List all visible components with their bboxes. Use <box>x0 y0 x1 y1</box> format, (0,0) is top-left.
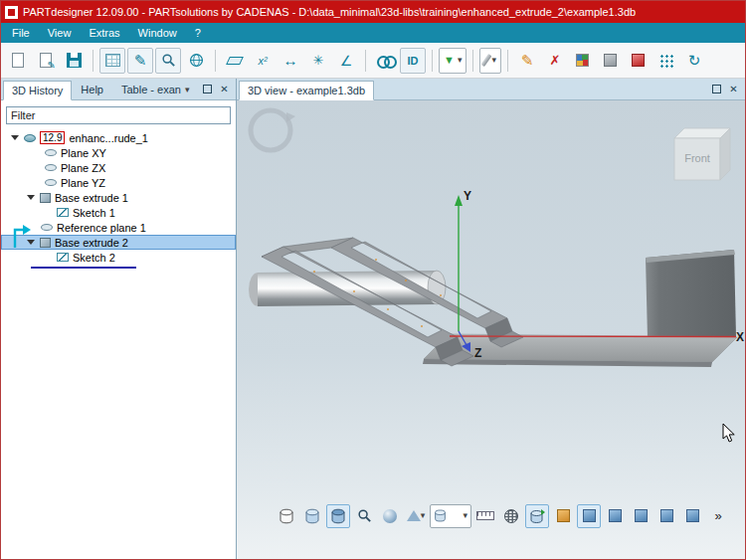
iso-view-button[interactable] <box>551 504 575 528</box>
right-tab-bar: 3D view - example1.3db ✕ <box>237 79 745 100</box>
tree-item-sketch-1[interactable]: Sketch 1 <box>1 205 236 220</box>
new-document-button[interactable] <box>5 48 31 74</box>
gray-cube-icon <box>604 54 617 67</box>
open-document-button[interactable]: ✎ <box>33 48 59 74</box>
tree-item-label: Plane YZ <box>61 177 105 189</box>
delete-button[interactable]: ✗ <box>542 48 568 74</box>
link-button[interactable] <box>372 48 398 74</box>
menu-extras[interactable]: Extras <box>80 25 128 41</box>
float-icon <box>203 85 212 93</box>
solid-display-button[interactable] <box>326 504 350 528</box>
id-button[interactable]: ID <box>400 48 426 74</box>
search-button[interactable] <box>155 48 181 74</box>
pattern-button[interactable]: ✳ <box>305 48 331 74</box>
x2-icon: x² <box>258 55 267 67</box>
table-button[interactable] <box>99 48 125 74</box>
shaded-display-button[interactable] <box>300 504 324 528</box>
menu-view[interactable]: View <box>39 25 81 41</box>
main-toolbar: ✎ ✎ x² ↔ ✳ ∠ ID ▼▾ ▾ ✎ ✗ ↻ <box>1 43 745 79</box>
part-red-button[interactable] <box>626 48 652 74</box>
export-button[interactable] <box>570 48 596 74</box>
expander-icon[interactable] <box>27 195 35 200</box>
tree-item-plane-yz[interactable]: Plane YZ <box>1 175 236 190</box>
3d-viewport[interactable]: Y X Z Front <box>237 100 745 559</box>
render-quality-button[interactable] <box>378 504 402 528</box>
export-icon <box>576 54 589 67</box>
mesh-display-button[interactable] <box>499 504 523 528</box>
tree-item-label: Plane XY <box>61 147 106 159</box>
edit-overlay-icon: ✎ <box>48 61 56 71</box>
new-page-icon <box>12 53 24 68</box>
left-tab-bar: 3D History Help Table - exan▾ ✕ <box>1 79 236 100</box>
top-view-button[interactable] <box>680 504 704 528</box>
globe-button[interactable] <box>183 48 209 74</box>
sphere-icon <box>383 509 397 523</box>
float-view-button[interactable] <box>710 83 723 95</box>
more-tools-button[interactable]: » <box>706 504 730 528</box>
tree-item-label: Reference plane 1 <box>57 222 146 234</box>
tree-item-root[interactable]: 12.9 enhanc...rude_1 <box>1 130 236 145</box>
close-view-button[interactable]: ✕ <box>727 83 740 95</box>
prism-icon <box>407 510 421 521</box>
screw-dropdown[interactable]: ▾ <box>479 48 501 74</box>
axis-z-label: Z <box>474 346 481 360</box>
measure-button[interactable] <box>473 504 497 528</box>
blue-cube-icon <box>686 509 699 522</box>
plane-icon <box>226 57 244 65</box>
part-button[interactable] <box>598 48 624 74</box>
angle-button[interactable]: ∠ <box>333 48 359 74</box>
tab-help[interactable]: Help <box>72 80 112 99</box>
front-view-button[interactable] <box>577 504 601 528</box>
blue-cube-icon <box>583 509 596 522</box>
wireframe-display-button[interactable] <box>275 504 298 528</box>
main-area: 3D History Help Table - exan▾ ✕ 12.9 enh… <box>1 79 745 559</box>
expander-icon[interactable] <box>11 135 19 140</box>
tab-3d-history[interactable]: 3D History <box>3 81 72 100</box>
sketch-plane-button[interactable] <box>222 48 248 74</box>
tree-item-plane-zx[interactable]: Plane ZX <box>1 160 236 175</box>
extrude-icon <box>40 193 51 203</box>
back-view-button[interactable] <box>603 504 627 528</box>
tree-item-sketch-2[interactable]: Sketch 2 <box>1 250 236 265</box>
dynamic-rotate-button[interactable] <box>525 504 549 528</box>
color-dropdown[interactable]: ▼▾ <box>439 48 466 74</box>
zoom-fit-button[interactable] <box>352 504 376 528</box>
view-mode-button[interactable]: ▾ <box>404 504 428 528</box>
menu-file[interactable]: File <box>3 25 39 41</box>
chevron-down-icon: ▾ <box>185 86 190 94</box>
left-view-button[interactable] <box>629 504 653 528</box>
tree-item-plane-xy[interactable]: Plane XY <box>1 145 236 160</box>
close-panel-button[interactable]: ✕ <box>218 83 231 95</box>
annotation-underline <box>31 267 136 269</box>
filter-input[interactable] <box>6 106 231 124</box>
refresh-button[interactable]: ↻ <box>681 48 707 74</box>
tree-item-reference-plane-1[interactable]: Reference plane 1 <box>1 220 236 235</box>
history-panel: 3D History Help Table - exan▾ ✕ 12.9 enh… <box>1 79 237 559</box>
display-mode-combo[interactable]: ▾ <box>430 504 471 528</box>
dimension-button[interactable]: ↔ <box>278 48 303 74</box>
tree-item-base-extrude-1[interactable]: Base extrude 1 <box>1 190 236 205</box>
edit-button[interactable]: ✎ <box>514 48 540 74</box>
menu-window[interactable]: Window <box>129 25 186 41</box>
blue-cube-icon <box>635 509 648 522</box>
tab-3d-view[interactable]: 3D view - example1.3db <box>239 81 374 100</box>
save-button[interactable] <box>61 48 87 74</box>
app-window: PARTdesigner 12.09.00 - PARTsolutions by… <box>0 0 746 560</box>
sketch-edit-button[interactable]: ✎ <box>127 48 153 74</box>
menu-bar: File View Extras Window ? <box>1 23 745 43</box>
filter-row <box>1 100 236 128</box>
float-panel-button[interactable] <box>201 83 214 95</box>
snap-grid-button[interactable] <box>653 48 679 74</box>
tab-table[interactable]: Table - exan▾ <box>112 80 198 99</box>
tree-item-label: Base extrude 1 <box>55 192 128 204</box>
app-logo-icon <box>5 6 18 19</box>
variable-button[interactable]: x² <box>250 48 276 74</box>
chevron-down-icon: ▾ <box>458 56 463 65</box>
right-view-button[interactable] <box>654 504 678 528</box>
model-back-wall <box>646 250 736 339</box>
zoom-icon <box>357 508 372 523</box>
plane-icon <box>45 179 57 186</box>
menu-help[interactable]: ? <box>186 25 210 41</box>
angle-icon: ∠ <box>340 54 353 68</box>
tree-item-base-extrude-2[interactable]: Base extrude 2 <box>1 235 236 250</box>
